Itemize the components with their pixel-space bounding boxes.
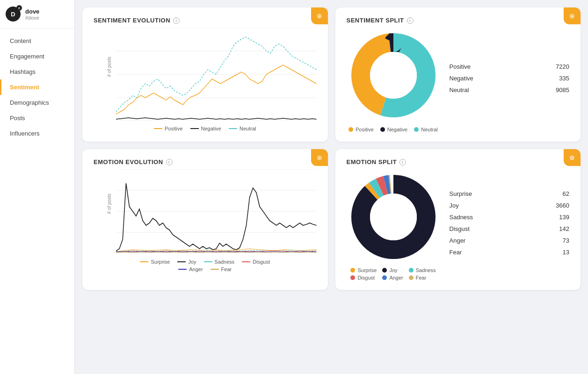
legend-anger: Anger [178,266,203,272]
legend-joy-dot: Joy [382,267,403,273]
emotion-stats: Surprise 62 Joy 3660 Sadness 139 Disgust… [440,190,570,260]
user-info: dove #dove [25,8,39,21]
sentiment-evolution-card: ⊕ SENTIMENT EVOLUTION i # of posts 300 2… [82,7,328,142]
joy-line-icon [177,261,186,262]
sadness-dot-icon [409,268,414,273]
sentiment-evolution-chart: # of posts 300 200 100 0 Oct '23 Nov '23 [116,28,317,121]
sidebar-item-engagement[interactable]: Engagement [0,49,74,64]
legend-positive: Positive [154,126,183,131]
sidebar: D # dove #dove Content Engagement Hashta… [0,0,75,374]
legend-negative: Negative [190,126,221,131]
surprise-dot-icon [350,268,355,273]
emotion-split-card: ⊕ EMOTION SPLIT i [335,149,581,290]
sentiment-stats: Positive 7220 Negative 335 Neutral 9085 [440,63,570,98]
emotion-evolution-info[interactable]: i [166,159,173,165]
legend-joy: Joy [177,259,196,265]
legend-surprise: Surprise [140,259,170,265]
sidebar-item-demographics[interactable]: Demographics [0,95,74,110]
user-handle: #dove [25,15,39,21]
top-row: ⊕ SENTIMENT EVOLUTION i # of posts 300 2… [82,7,581,142]
emotion-evolution-zoom[interactable]: ⊕ [311,149,328,166]
legend-fear-dot: Fear [409,275,436,280]
avatar: D # [6,7,21,22]
sidebar-item-sentiment[interactable]: Sentiment [0,79,74,95]
stat-positive: Positive 7220 [450,63,570,70]
stat-disgust: Disgust 142 [450,225,570,232]
sentiment-split-card: ⊕ SENTIMENT SPLIT i [335,7,581,142]
sentiment-evolution-zoom[interactable]: ⊕ [311,7,328,24]
sentiment-evolution-info[interactable]: i [173,17,180,24]
emotion-split-donut-area: Surprise Joy Sadness Disgust [347,170,570,280]
surprise-line-icon [140,261,148,262]
emotion-donut-legend: Surprise Joy Sadness Disgust [350,267,436,280]
stat-fear: Fear 13 [450,249,570,256]
svg-point-15 [370,52,417,99]
sentiment-evolution-legend: Positive Negative Neutral [94,126,317,131]
zoom-icon-3: ⊕ [317,154,322,161]
legend-neutral: Neutral [229,126,256,131]
y-axis-label: # of posts [107,57,112,77]
bottom-row: ⊕ EMOTION EVOLUTION i # of posts 100 75 … [82,149,581,290]
emotion-y-label: # of posts [107,194,112,214]
emotion-split-info[interactable]: i [399,159,406,165]
sidebar-item-hashtags[interactable]: Hashtags [0,64,74,79]
avatar-badge: # [16,5,22,11]
emotion-split-title: EMOTION SPLIT i [347,158,570,165]
sentiment-donut-wrapper: Positive Negative Neutral [347,29,440,132]
legend-negative-dot: Negative [380,127,407,132]
sentiment-split-zoom[interactable]: ⊕ [564,7,581,24]
emotion-legend-container: Surprise Joy Sadness Disgust [94,259,317,272]
legend-sadness: Sadness [204,259,235,265]
stat-surprise: Surprise 62 [450,190,570,197]
stat-neutral: Neutral 9085 [450,86,570,94]
stat-joy: Joy 3660 [450,202,570,209]
legend-surprise-dot: Surprise [350,267,377,273]
sentiment-evolution-title: SENTIMENT EVOLUTION i [94,17,317,24]
main-content: ⊕ SENTIMENT EVOLUTION i # of posts 300 2… [75,0,588,374]
legend-disgust-dot: Disgust [350,275,377,280]
sentiment-line-svg: 300 200 100 0 Oct '23 Nov '23 Dec '23 [116,28,317,121]
emotion-legend-row1: Surprise Joy Sadness Disgust [94,259,317,265]
zoom-icon-4: ⊕ [569,154,575,161]
sidebar-item-posts[interactable]: Posts [0,110,74,126]
joy-dot-icon [382,268,387,273]
neutral-dot-icon [414,127,419,132]
sentiment-donut-svg [347,29,440,122]
legend-anger-dot: Anger [382,275,403,280]
positive-dot-icon [348,127,353,132]
stat-sadness: Sadness 139 [450,214,570,221]
negative-line-icon [190,128,199,129]
disgust-dot-icon [350,275,355,280]
legend-disgust: Disgust [242,259,270,265]
emotion-evolution-title: EMOTION EVOLUTION i [94,158,317,165]
anger-line-icon [178,269,187,270]
negative-dot-icon [380,127,385,132]
stat-anger: Anger 73 [450,237,570,244]
emotion-legend-row2: Anger Fear [94,266,317,272]
disgust-line-icon [242,261,250,262]
emotion-donut [347,170,440,264]
emotion-donut-svg [347,170,440,264]
fear-dot-icon [409,275,414,280]
sentiment-split-title: SENTIMENT SPLIT i [347,17,570,24]
sidebar-nav: Content Engagement Hashtags Sentiment De… [0,29,74,146]
positive-line-icon [154,128,162,129]
emotion-evolution-card: ⊕ EMOTION EVOLUTION i # of posts 100 75 … [82,149,328,290]
sidebar-item-influencers[interactable]: Influencers [0,126,74,141]
sidebar-item-content[interactable]: Content [0,33,74,49]
sentiment-donut [347,29,440,122]
sidebar-header: D # dove #dove [0,0,74,29]
sentiment-split-info[interactable]: i [407,17,414,24]
sentiment-split-donut-area: Positive Negative Neutral [347,29,570,132]
svg-point-35 [370,194,417,240]
neutral-line-icon [229,128,237,129]
sadness-line-icon [204,261,212,262]
stat-negative: Negative 335 [450,75,570,82]
legend-fear: Fear [211,266,232,272]
username: dove [25,8,39,15]
anger-dot-icon [382,275,387,280]
emotion-split-zoom[interactable]: ⊕ [564,149,581,166]
legend-neutral-dot: Neutral [414,127,437,132]
zoom-icon-2: ⊕ [569,12,575,20]
legend-positive-dot: Positive [348,127,374,132]
